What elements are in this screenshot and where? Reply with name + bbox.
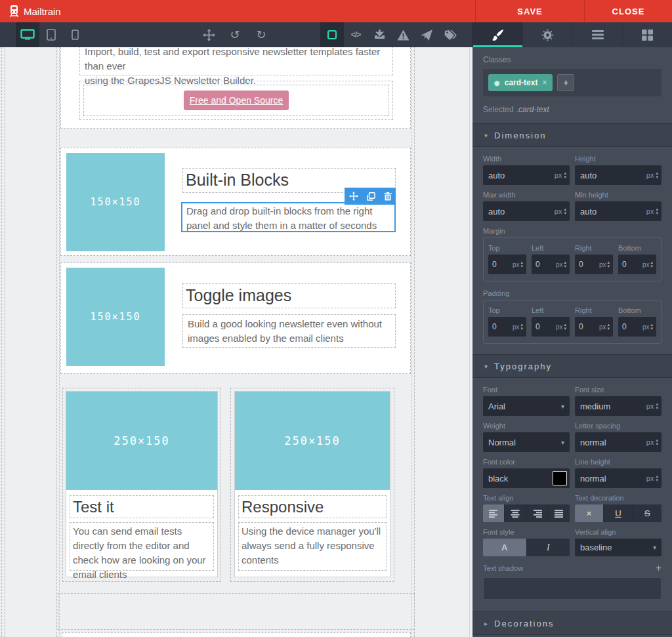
margin-left-input[interactable]: 0px▴▾ [532, 255, 570, 274]
text-shadow-list[interactable] [483, 577, 662, 600]
stepper-arrows[interactable]: ▴▾ [656, 438, 658, 446]
font-style-italic-button[interactable]: I [527, 539, 570, 556]
stepper-arrows[interactable]: ▴▾ [564, 171, 566, 179]
tab-style-manager[interactable] [472, 22, 522, 47]
font-select[interactable]: Arial ▾ [483, 396, 570, 416]
stepper-arrows[interactable]: ▴▾ [650, 323, 653, 331]
column-card-test-it[interactable]: 250×150 Test it You can send email tests… [66, 391, 218, 577]
color-swatch[interactable] [553, 471, 567, 485]
open-code-button[interactable]: </> [344, 22, 368, 47]
height-field: Height auto px ▴▾ [575, 155, 662, 185]
close-button[interactable]: CLOSE [584, 0, 672, 22]
padding-left-input[interactable]: 0px▴▾ [532, 317, 570, 337]
cta-outer-cell[interactable]: Free and Open Source [79, 81, 393, 120]
copy-icon[interactable] [367, 192, 375, 201]
section-header-typography[interactable]: ▾ Typography [472, 354, 672, 378]
align-justify-button[interactable] [549, 504, 570, 522]
align-center-button[interactable] [505, 504, 526, 522]
margin-bottom-input[interactable]: 0px▴▾ [618, 255, 656, 274]
stepper-arrows[interactable]: ▴▾ [564, 260, 566, 268]
intro-section[interactable]: Import, build, test and export responsiv… [60, 47, 411, 129]
stepper-arrows[interactable]: ▴▾ [656, 207, 658, 215]
add-text-shadow-button[interactable]: + [656, 562, 662, 574]
align-left-button[interactable] [483, 504, 504, 522]
max-width-input[interactable]: auto px ▴▾ [483, 201, 570, 221]
toggle-borders-button[interactable] [320, 22, 344, 47]
device-mobile-button[interactable] [63, 22, 87, 47]
section-header-dimension[interactable]: ▾ Dimension [472, 123, 672, 147]
font-color-input[interactable]: black [483, 468, 570, 488]
decoration-strike-button[interactable]: S [633, 504, 662, 522]
desktop-icon [20, 29, 35, 41]
selected-card-text[interactable]: Drag and drop built-in blocks from the r… [181, 202, 396, 232]
intro-text-block[interactable]: Import, build, test and export responsiv… [79, 47, 393, 75]
footer-section[interactable] [62, 632, 411, 637]
import-button[interactable] [368, 22, 391, 47]
stepper-arrows[interactable]: ▴▾ [607, 323, 610, 331]
stepper-arrows[interactable]: ▴▾ [564, 323, 566, 331]
tab-settings[interactable] [522, 22, 572, 47]
card-built-in-blocks[interactable]: 150×150 Built-in Blocks [60, 148, 411, 256]
stepper-arrows[interactable]: ▴▾ [607, 260, 610, 268]
cta-button[interactable]: Free and Open Source [184, 91, 289, 110]
class-remove-icon[interactable]: × [542, 78, 547, 87]
decoration-underline-button[interactable]: U [604, 504, 632, 522]
delete-icon[interactable] [384, 192, 392, 201]
device-tablet-button[interactable] [39, 22, 63, 47]
class-visibility-icon[interactable]: ◉ [494, 79, 500, 87]
move-handle-icon[interactable] [349, 192, 358, 201]
dimension-properties: Width auto px ▴▾ Height auto px ▴▾ Max w… [472, 147, 672, 353]
stepper-arrows[interactable]: ▴▾ [520, 323, 523, 331]
section-header-decorations[interactable]: ▸ Decorations [472, 611, 672, 635]
letter-spacing-input[interactable]: normal px ▴▾ [575, 432, 662, 452]
stepper-arrows[interactable]: ▴▾ [564, 207, 566, 215]
tab-layers[interactable] [572, 22, 622, 47]
padding-top-input[interactable]: 0px▴▾ [488, 317, 526, 337]
font-size-input[interactable]: medium px ▴▾ [575, 396, 662, 416]
height-input[interactable]: auto px ▴▾ [575, 165, 662, 185]
stepper-arrows[interactable]: ▴▾ [650, 260, 653, 268]
margin-top-input[interactable]: 0px▴▾ [488, 255, 526, 274]
tags-button[interactable] [438, 22, 462, 47]
card-image-placeholder[interactable]: 150×150 [66, 153, 165, 251]
line-height-input[interactable]: normal px ▴▾ [575, 468, 662, 488]
column-card-responsive[interactable]: 250×150 Responsive Using the device mana… [234, 391, 390, 577]
column-title-block[interactable]: Responsive [238, 495, 387, 518]
save-button[interactable]: SAVE [475, 0, 584, 22]
card-title-block[interactable]: Toggle images [182, 283, 396, 308]
editor-canvas[interactable]: Import, build, test and export responsiv… [0, 47, 472, 637]
stepper-arrows[interactable]: ▴▾ [656, 474, 658, 482]
align-right-button[interactable] [527, 504, 548, 522]
card-image-placeholder[interactable]: 150×150 [66, 268, 165, 366]
vertical-align-select[interactable]: baseline ▾ [575, 539, 662, 556]
decoration-none-button[interactable]: × [575, 504, 603, 522]
stepper-arrows[interactable]: ▴▾ [656, 402, 658, 410]
canvas-scrollbar[interactable] [469, 47, 470, 637]
class-tag-card-text[interactable]: ◉ card-text × [488, 74, 553, 91]
margin-right-input[interactable]: 0px▴▾ [575, 255, 613, 274]
redo-button[interactable]: ↻ [249, 22, 273, 47]
weight-select[interactable]: Normal ▾ [483, 432, 570, 452]
card-toggle-images[interactable]: 150×150 Toggle images Build a good looki… [60, 262, 411, 374]
font-style-normal-button[interactable]: A [483, 539, 526, 556]
move-tool-icon[interactable] [197, 22, 220, 47]
undo-button[interactable]: ↺ [223, 22, 247, 47]
column-text-block[interactable]: You can send email tests directly from t… [70, 522, 214, 571]
min-height-input[interactable]: auto px ▴▾ [575, 201, 662, 221]
stepper-arrows[interactable]: ▴▾ [520, 260, 523, 268]
column-image-placeholder[interactable]: 250×150 [235, 392, 390, 490]
warning-button[interactable] [391, 22, 415, 47]
column-text-block[interactable]: Using the device manager you'll always s… [238, 522, 387, 571]
width-input[interactable]: auto px ▴▾ [483, 165, 570, 185]
tab-blocks[interactable] [622, 22, 672, 47]
column-image-placeholder[interactable]: 250×150 [66, 392, 217, 490]
stepper-arrows[interactable]: ▴▾ [656, 171, 658, 179]
empty-row[interactable] [58, 593, 415, 630]
add-class-button[interactable]: + [557, 74, 574, 91]
column-title-block[interactable]: Test it [70, 495, 214, 518]
padding-right-input[interactable]: 0px▴▾ [575, 317, 613, 337]
device-desktop-button[interactable] [16, 22, 39, 47]
send-test-button[interactable] [415, 22, 438, 47]
card-text-block[interactable]: Build a good looking newsletter even wit… [182, 314, 396, 348]
padding-bottom-input[interactable]: 0px▴▾ [618, 317, 656, 337]
